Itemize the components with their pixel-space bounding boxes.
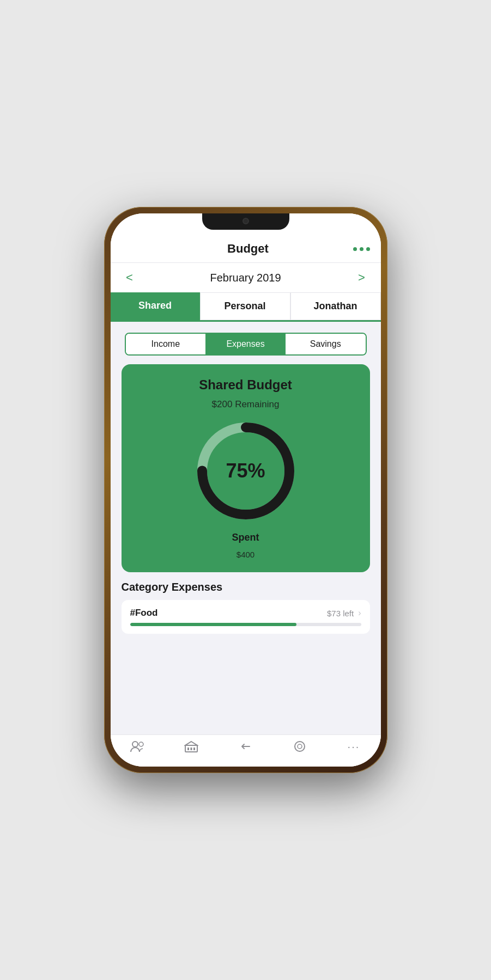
category-section: Category Expenses #Food $73 left › (119, 581, 372, 638)
transfer-icon (239, 740, 253, 756)
svg-point-3 (139, 742, 143, 746)
header: Budget (111, 237, 381, 262)
prev-month-button[interactable]: < (122, 271, 138, 285)
svg-point-9 (298, 744, 302, 749)
category-bar-bg (130, 623, 361, 626)
donut-percent: 75% (226, 460, 265, 482)
svg-rect-5 (187, 748, 189, 750)
category-item-header: #Food $73 left › (130, 608, 361, 618)
nav-more[interactable]: ··· (326, 740, 380, 756)
nav-bank[interactable] (165, 740, 219, 756)
nav-chat[interactable] (272, 740, 326, 756)
svg-point-2 (132, 742, 138, 747)
page-title: Budget (143, 242, 353, 256)
subtab-income[interactable]: Income (126, 334, 206, 354)
spent-label: Spent (232, 532, 259, 543)
dot-1 (353, 247, 357, 251)
next-month-button[interactable]: > (353, 271, 369, 285)
category-left-amount: $73 left (327, 609, 354, 618)
spent-amount: $400 (237, 550, 254, 559)
people-icon (130, 740, 145, 756)
budget-card-title: Shared Budget (199, 377, 292, 393)
chevron-right-icon: › (358, 608, 361, 618)
bank-icon (184, 740, 198, 756)
category-name: #Food (130, 608, 158, 618)
donut-chart: 75% (191, 416, 300, 525)
chat-icon (293, 740, 307, 756)
budget-remaining: $200 Remaining (212, 399, 280, 410)
subtab-expenses[interactable]: Expenses (205, 334, 286, 354)
dot-2 (360, 247, 363, 251)
nav-transfer[interactable] (219, 740, 272, 756)
sub-tabs: Income Expenses Savings (125, 333, 367, 356)
category-title: Category Expenses (122, 581, 370, 593)
svg-rect-7 (193, 748, 195, 750)
svg-point-8 (295, 742, 305, 751)
category-right: $73 left › (327, 608, 361, 618)
budget-card: Shared Budget $200 Remaining 75% (122, 364, 370, 572)
main-content: Income Expenses Savings Shared Budget $2… (111, 322, 381, 734)
subtab-savings[interactable]: Savings (286, 334, 366, 354)
svg-rect-6 (191, 748, 192, 750)
list-item[interactable]: #Food $73 left › (122, 600, 370, 634)
more-dots-icon: ··· (348, 740, 360, 753)
main-tabs: Shared Personal Jonathan (111, 292, 381, 322)
donut-center: 75% (226, 460, 265, 482)
tab-personal[interactable]: Personal (200, 292, 290, 320)
more-options-button[interactable] (353, 247, 370, 251)
dot-3 (366, 247, 370, 251)
nav-people[interactable] (111, 740, 165, 756)
bottom-nav: ··· (111, 734, 381, 767)
month-nav: < February 2019 > (111, 263, 381, 292)
month-label: February 2019 (210, 272, 281, 284)
tab-shared[interactable]: Shared (111, 292, 200, 320)
category-bar-fill (130, 623, 296, 626)
tab-jonathan[interactable]: Jonathan (290, 292, 381, 320)
